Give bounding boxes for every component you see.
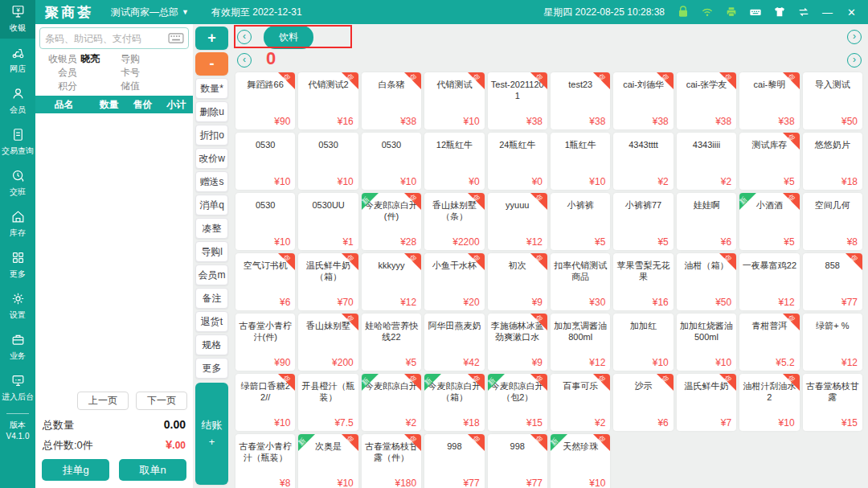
product-card[interactable]: 促 Test-20211201 ¥38	[488, 72, 547, 129]
action-button[interactable]: 备注	[195, 288, 228, 309]
product-card[interactable]: 新 促 今麦郎凉白开（箱） ¥18	[424, 374, 484, 431]
action-button[interactable]: 会员m	[195, 265, 228, 285]
product-card[interactable]: 0530UU ¥1	[298, 193, 358, 250]
action-button[interactable]: 赠送s	[195, 171, 228, 192]
store-selector[interactable]: 测试商家—总部 ▼	[111, 6, 189, 19]
retrieve-order-button[interactable]: 取单n	[119, 459, 186, 481]
product-card[interactable]: 促 沙示 ¥6	[613, 374, 673, 431]
product-card[interactable]: 新 促 次奥是 ¥10	[298, 434, 358, 488]
product-card[interactable]: 苹果雪梨无花果 ¥16	[613, 253, 673, 310]
action-button[interactable]: 改价w	[195, 148, 228, 169]
action-button[interactable]: 退货t	[195, 311, 228, 332]
product-card[interactable]: 促 油柑（箱） ¥50	[677, 253, 736, 310]
action-button[interactable]: 更多	[195, 358, 228, 379]
sidebar-item-settings[interactable]: 设置	[0, 287, 35, 326]
product-card[interactable]: 促 yyuuu ¥12	[488, 193, 547, 250]
sidebar-item-inventory[interactable]: 库存	[0, 205, 35, 244]
product-card[interactable]: 促 小鱼干水杯 ¥20	[424, 253, 484, 310]
decrease-qty-button[interactable]: -	[195, 52, 228, 76]
category-prev-icon[interactable]: ‹	[237, 30, 252, 44]
subcategory-prev-icon[interactable]: ‹	[237, 53, 252, 68]
product-card[interactable]: 促 空气订书机 ¥6	[235, 253, 295, 310]
action-button[interactable]: 折扣o	[195, 125, 228, 146]
sidebar-item-backoffice[interactable]: 进入后台	[0, 369, 35, 408]
sync-icon[interactable]	[796, 6, 810, 19]
product-card[interactable]: 古春堂小青柠汁（瓶装） ¥8	[235, 434, 295, 488]
product-card[interactable]: 新 促 今麦郎凉白开(件) ¥28	[362, 193, 421, 250]
close-button[interactable]: ✕	[845, 6, 858, 19]
product-card[interactable]: 促 绿箭口香糖22// ¥10	[235, 374, 295, 431]
product-card[interactable]: 促 香山妹别墅（条） ¥2200	[424, 193, 484, 250]
bag-icon[interactable]	[676, 6, 690, 19]
keyboard-icon[interactable]	[168, 33, 184, 43]
product-card[interactable]: 新 促 天然珍珠 ¥10	[551, 434, 610, 488]
product-card[interactable]: 开县橙汁（瓶装） ¥7.5	[298, 374, 358, 431]
product-card[interactable]: 悠悠奶片 ¥18	[803, 133, 862, 190]
action-button[interactable]: 规格	[195, 334, 228, 355]
product-card[interactable]: 促 代销测试 ¥10	[424, 72, 484, 129]
subcategory-next-icon[interactable]: ›	[847, 53, 862, 68]
barcode-search-input[interactable]	[40, 33, 168, 44]
product-card[interactable]: 促 温氏鲜牛奶（箱） ¥70	[298, 253, 358, 310]
product-card[interactable]: 促 cai-张学友 ¥38	[677, 72, 736, 129]
product-card[interactable]: 0530 ¥10	[298, 133, 358, 190]
prev-page-button[interactable]: 上一页	[77, 392, 129, 410]
product-card[interactable]: 阿华田燕麦奶 ¥42	[424, 314, 484, 371]
increase-qty-button[interactable]: +	[195, 27, 228, 50]
sidebar-item-online-store[interactable]: 网店	[0, 41, 35, 80]
product-card[interactable]: 促 李施德林冰蓝劲爽漱口水 ¥9	[488, 314, 547, 371]
product-card[interactable]: 古春堂杨枝甘露 ¥15	[803, 374, 862, 431]
shirt-icon[interactable]	[772, 6, 786, 19]
product-card[interactable]: 新 促 小酒酒 ¥5	[739, 193, 799, 250]
product-card[interactable]: 扣率代销测试商品 ¥30	[551, 253, 610, 310]
product-card[interactable]: 促 998 ¥77	[488, 434, 547, 488]
product-card[interactable]: 加加烹调酱油800ml ¥12	[551, 314, 610, 371]
product-card[interactable]: 促 测试库存 ¥5	[739, 133, 799, 190]
product-card[interactable]: 娃娃啊 ¥6	[677, 193, 736, 250]
product-card[interactable]: 促 百事可乐 ¥2	[551, 374, 610, 431]
product-card[interactable]: 促 代销测试2 ¥16	[298, 72, 358, 129]
product-card[interactable]: 24瓶红牛 ¥0	[488, 133, 547, 190]
checkout-button[interactable]: 结账+	[195, 383, 228, 485]
product-card[interactable]: 促 cai-黎明 ¥38	[739, 72, 799, 129]
product-card[interactable]: 促 油柑汁刮油水2 ¥10	[739, 374, 799, 431]
action-button[interactable]: 删除u	[195, 101, 228, 122]
product-card[interactable]: 促 舞蹈路66 ¥90	[235, 72, 295, 129]
tab-drinks[interactable]: 饮料	[264, 26, 313, 49]
product-card[interactable]: 新 促 今麦郎凉白开（包2） ¥15	[488, 374, 547, 431]
next-page-button[interactable]: 下一页	[136, 392, 187, 410]
product-card[interactable]: 小裤裤77 ¥5	[613, 193, 673, 250]
sidebar-item-more[interactable]: 更多	[0, 246, 35, 285]
product-card[interactable]: 促 香山妹别墅 ¥200	[298, 314, 358, 371]
product-card[interactable]: 促 青柑普洱 ¥5.2	[739, 314, 799, 371]
product-card[interactable]: 绿箭+ % ¥12	[803, 314, 862, 371]
sidebar-item-member[interactable]: 会员	[0, 82, 35, 121]
wifi-icon[interactable]	[700, 6, 714, 19]
product-card[interactable]: 促 cai-刘德华 ¥38	[613, 72, 673, 129]
product-card[interactable]: 4343iiii ¥2	[677, 133, 736, 190]
product-card[interactable]: 促 古春堂杨枝甘露（件） ¥180	[362, 434, 421, 488]
minimize-button[interactable]: —	[821, 6, 834, 19]
product-card[interactable]: 促 kkkyyy ¥12	[362, 253, 421, 310]
product-card[interactable]: 加加红 ¥10	[613, 314, 673, 371]
action-button[interactable]: 消单q	[195, 195, 228, 215]
keyboard-icon[interactable]	[748, 6, 762, 19]
sidebar-item-cashier[interactable]: ¥ 收银	[0, 0, 35, 39]
printer-icon[interactable]	[724, 6, 738, 19]
hold-order-button[interactable]: 挂单g	[42, 459, 109, 481]
product-card[interactable]: 加加红烧酱油500ml ¥10	[677, 314, 736, 371]
product-card[interactable]: 1瓶红牛 ¥10	[551, 133, 610, 190]
action-button[interactable]: 凑整	[195, 218, 228, 239]
product-card[interactable]: 0530 ¥10	[235, 133, 295, 190]
sidebar-item-transactions[interactable]: 交易查询	[0, 123, 35, 162]
product-card[interactable]: 促 858 ¥77	[803, 253, 862, 310]
action-button[interactable]: 数量*	[195, 78, 228, 99]
product-card[interactable]: 4343tttt ¥2	[613, 133, 673, 190]
product-card[interactable]: 空间几何 ¥8	[803, 193, 862, 250]
product-card[interactable]: 娃哈哈营养快线22 ¥5	[362, 314, 421, 371]
product-card[interactable]: 导入测试 ¥50	[803, 72, 862, 129]
sidebar-item-shift[interactable]: 交班	[0, 164, 35, 203]
product-card[interactable]: 小裤裤 ¥5	[551, 193, 610, 250]
product-card[interactable]: 促 test23 ¥38	[551, 72, 610, 129]
product-card[interactable]: 促 初次 ¥9	[488, 253, 547, 310]
